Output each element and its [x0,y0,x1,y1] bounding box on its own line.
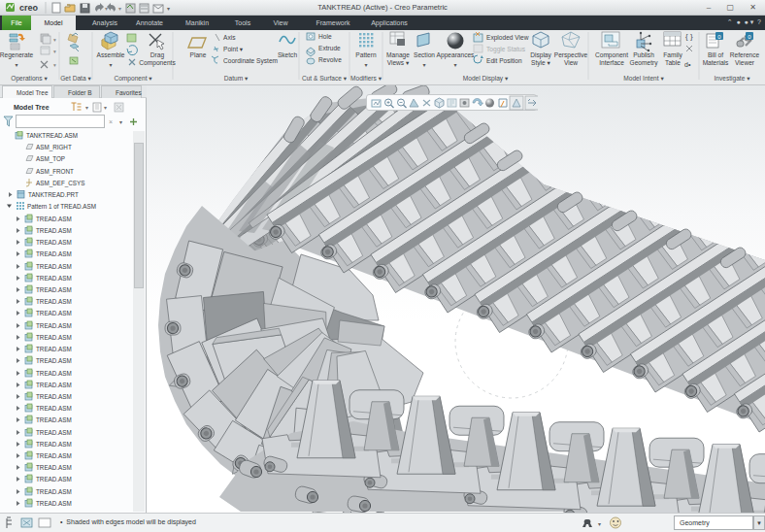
svg-text:▾: ▾ [118,6,121,12]
svg-text:Drag: Drag [150,51,165,59]
svg-text:▾: ▾ [85,105,88,111]
svg-text:Operations ▾: Operations ▾ [11,75,48,83]
svg-text:▾: ▾ [109,62,112,68]
svg-text:Point ▾: Point ▾ [223,46,244,52]
svg-text:▾: ▾ [104,105,107,111]
svg-text:Appearances: Appearances [437,51,476,59]
svg-text:Edit Position: Edit Position [486,57,522,64]
svg-text:Hole: Hole [318,33,332,40]
svg-text:Section: Section [414,51,435,58]
svg-text:×: × [109,118,113,125]
svg-text:Table: Table [665,59,681,66]
svg-text:Investigate ▾: Investigate ▾ [714,75,750,83]
svg-text:Views ▾: Views ▾ [387,59,410,66]
svg-text:Regenerate: Regenerate [0,51,34,59]
svg-text:Viewer: Viewer [735,59,755,66]
svg-text:Exploded View: Exploded View [486,34,529,42]
svg-text:Cut & Surface ▾: Cut & Surface ▾ [302,75,348,82]
svg-text:Model Intent ▾: Model Intent ▾ [623,75,664,82]
svg-text:Style ▾: Style ▾ [531,59,550,67]
svg-text:Coordinate System: Coordinate System [223,57,279,65]
svg-text:Assemble: Assemble [97,51,125,58]
svg-text:▾: ▾ [105,6,108,12]
svg-text:Modifiers ▾: Modifiers ▾ [350,75,382,82]
svg-text:Axis: Axis [223,34,236,41]
svg-text:Bill of: Bill of [708,51,723,58]
svg-text:▾: ▾ [167,6,170,12]
svg-text:Geometry: Geometry [630,59,659,67]
svg-text:Reference: Reference [730,51,760,58]
svg-text:Sketch: Sketch [278,51,297,58]
svg-text:▾: ▾ [53,49,56,54]
svg-text:Display: Display [530,51,551,59]
svg-text:▾: ▾ [422,62,425,68]
svg-text:Model Tree: Model Tree [14,104,50,111]
svg-text:Get Data ▾: Get Data ▾ [60,75,91,82]
svg-text:Family: Family [663,51,682,59]
svg-text:▾: ▾ [364,62,367,68]
svg-text:Extrude: Extrude [318,45,341,51]
svg-text:▾: ▾ [453,62,456,68]
svg-text:Component: Component [595,51,628,59]
svg-text:d•: d• [684,61,691,68]
svg-text:▾: ▾ [119,119,122,125]
svg-text:▾: ▾ [53,62,56,68]
svg-text:Pattern: Pattern [355,51,377,58]
svg-text:View: View [564,59,578,66]
svg-text:Perspective: Perspective [554,51,588,59]
svg-text:Plane: Plane [190,51,207,58]
svg-text:Toggle Status: Toggle Status [486,46,526,53]
svg-text:Manage: Manage [386,51,410,59]
svg-text:Revolve: Revolve [318,56,342,63]
svg-text:▾: ▾ [598,521,601,527]
svg-text:Publish: Publish [633,51,654,58]
svg-text:Components: Components [139,59,176,67]
svg-text:creo: creo [19,3,39,13]
svg-text:Model Display ▾: Model Display ▾ [463,75,509,83]
svg-text:{ }: { } [685,32,693,41]
svg-text:▾: ▾ [53,37,56,43]
svg-text:▾: ▾ [15,62,17,68]
svg-text:Component ▾: Component ▾ [114,75,152,83]
svg-text:Interface: Interface [599,59,624,66]
svg-text:Materials: Materials [703,59,729,66]
svg-text:Datum ▾: Datum ▾ [224,75,249,82]
